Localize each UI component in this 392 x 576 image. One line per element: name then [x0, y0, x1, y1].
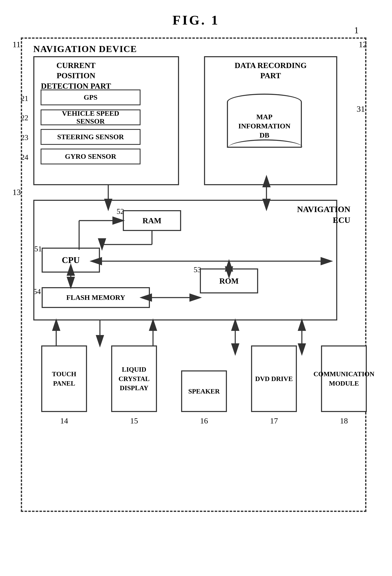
cpu-box: CPU: [42, 248, 100, 273]
map-db-label: MAP INFORMATION DB: [227, 112, 302, 140]
cpd-label: CURRENT POSITION DETECTION PART: [38, 60, 114, 91]
steering-box: STEERING SENSOR: [41, 129, 141, 145]
speaker-comp: SPEAKER 16: [175, 346, 233, 425]
ref-16: 16: [200, 416, 208, 425]
lcd-comp: LIQUID CRYSTAL DISPLAY 15: [105, 346, 163, 425]
comm-comp: COMMUNICATION MODULE 18: [315, 346, 373, 425]
ref-15: 15: [130, 416, 138, 425]
gyro-box: GYRO SENSOR: [41, 148, 141, 164]
ref-11: 11: [12, 40, 21, 49]
dvd-comp: DVD DRIVE 17: [245, 346, 303, 425]
ref-17: 17: [270, 416, 278, 425]
flash-box: FLASH MEMORY: [42, 287, 150, 308]
ref-18: 18: [340, 416, 348, 425]
ref-13: 13: [12, 187, 21, 197]
drp-label: DATA RECORDING PART: [209, 60, 332, 81]
ram-box: RAM: [123, 210, 181, 231]
lcd-box: LIQUID CRYSTAL DISPLAY: [111, 346, 157, 412]
touch-panel-comp: TOUCH PANEL 14: [35, 346, 93, 425]
page-title: FIG. 1: [173, 12, 220, 28]
bottom-components: TOUCH PANEL 14 LIQUID CRYSTAL DISPLAY 15…: [29, 346, 379, 425]
speaker-box: SPEAKER: [181, 370, 227, 412]
comm-box: COMMUNICATION MODULE: [321, 346, 367, 412]
rom-box: ROM: [200, 268, 258, 293]
ref-1: 1: [354, 25, 359, 36]
ref-14: 14: [60, 416, 68, 425]
vss-box: VEHICLE SPEED SENSOR: [41, 110, 141, 125]
gps-box: GPS: [41, 89, 141, 105]
touch-panel-box: TOUCH PANEL: [41, 346, 87, 412]
cylinder-inner: [228, 140, 303, 156]
nav-ecu-label: NAVIGATION ECU: [297, 204, 350, 226]
dvd-box: DVD DRIVE: [251, 346, 297, 412]
